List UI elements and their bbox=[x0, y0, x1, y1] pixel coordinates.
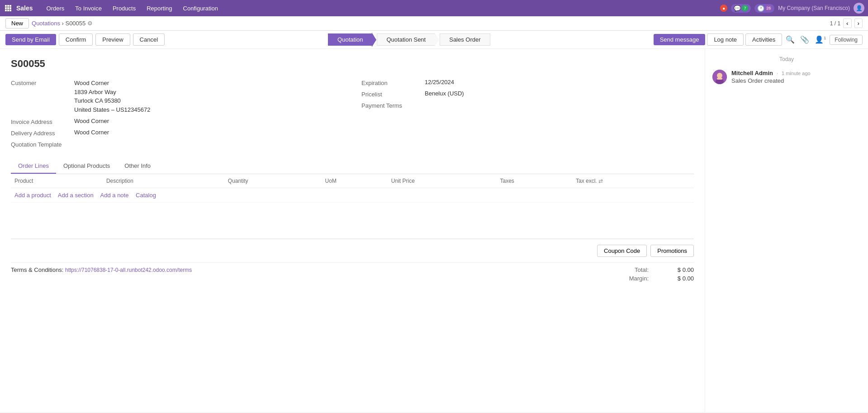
coupon-code-button[interactable]: Coupon Code bbox=[597, 245, 647, 257]
pricelist-value[interactable]: Benelux (USD) bbox=[425, 90, 694, 97]
chat-badge[interactable]: 💬 7 bbox=[731, 4, 751, 13]
action-buttons: Send by Email Confirm Preview Cancel bbox=[5, 33, 165, 46]
tab-bar: Order Lines Optional Products Other Info bbox=[11, 159, 694, 174]
table-header-row: Product Description Quantity UoM Unit Pr… bbox=[11, 174, 694, 188]
promotions-button[interactable]: Promotions bbox=[650, 245, 694, 257]
customer-addr2: Turlock CA 95380 bbox=[74, 96, 343, 105]
following-button[interactable]: Following bbox=[830, 35, 863, 45]
add-section-link[interactable]: Add a section bbox=[58, 192, 94, 199]
action-bar: Send by Email Confirm Preview Cancel Quo… bbox=[0, 31, 868, 49]
svg-rect-2 bbox=[9, 5, 11, 7]
prev-record-button[interactable]: ‹ bbox=[843, 19, 851, 28]
breadcrumb-parent[interactable]: Quotations bbox=[32, 20, 60, 27]
customer-label: Customer bbox=[11, 79, 74, 86]
message-time: 1 minute ago bbox=[782, 71, 811, 76]
search-icon[interactable]: 🔍 bbox=[784, 33, 797, 46]
nav-to-invoice[interactable]: To Invoice bbox=[71, 3, 106, 14]
subheader: New Quotations › S00055 ⚙ 1 / 1 ‹ › bbox=[0, 16, 868, 31]
margin-value: $ 0.00 bbox=[658, 275, 694, 282]
subheader-left: New Quotations › S00055 ⚙ bbox=[5, 18, 93, 28]
nav-configuration[interactable]: Configuration bbox=[179, 3, 223, 14]
total-value: $ 0.00 bbox=[658, 266, 694, 273]
svg-rect-5 bbox=[9, 7, 11, 9]
nav-reporting[interactable]: Reporting bbox=[142, 3, 176, 14]
settings-gear-icon[interactable]: ⚙ bbox=[87, 20, 93, 27]
invoice-address-label: Invoice Address bbox=[11, 118, 74, 125]
apps-badge[interactable]: 🕐 26 bbox=[754, 4, 774, 13]
empty-space bbox=[11, 203, 694, 239]
add-note-link[interactable]: Add a note bbox=[100, 192, 129, 199]
expiration-value[interactable]: 12/25/2024 bbox=[425, 79, 694, 85]
breadcrumb: Quotations › S00055 ⚙ bbox=[32, 20, 93, 27]
message-separator: · bbox=[777, 71, 778, 76]
add-product-row: Add a product Add a section Add a note C… bbox=[11, 188, 694, 203]
invoice-address-field: Invoice Address Wood Corner bbox=[11, 118, 343, 125]
company-name: My Company (San Francisco) bbox=[778, 5, 850, 11]
chatter-actions: Send message Log note Activities 🔍 📎 👤1 … bbox=[654, 33, 863, 46]
activities-button[interactable]: Activities bbox=[745, 33, 782, 46]
tab-other-info[interactable]: Other Info bbox=[117, 159, 158, 174]
follower-icon[interactable]: 👤1 bbox=[813, 33, 828, 46]
send-message-button[interactable]: Send message bbox=[654, 34, 706, 45]
status-sales-order[interactable]: Sales Order bbox=[440, 33, 490, 46]
tab-order-lines[interactable]: Order Lines bbox=[11, 159, 56, 174]
apps-count: 26 bbox=[765, 5, 772, 11]
invoice-address-value[interactable]: Wood Corner bbox=[74, 118, 343, 124]
breadcrumb-current: S00055 bbox=[65, 20, 85, 27]
add-product-link[interactable]: Add a product bbox=[14, 192, 51, 199]
pricelist-label: Pricelist bbox=[361, 90, 425, 98]
status-quotation[interactable]: Quotation bbox=[328, 33, 372, 46]
topnav-right: ● 💬 7 🕐 26 My Company (San Francisco) 👤 bbox=[720, 3, 864, 14]
terms-label: Terms & Conditions: bbox=[11, 266, 63, 273]
app-title: Sales bbox=[16, 5, 33, 12]
add-product-cell: Add a product Add a section Add a note C… bbox=[11, 188, 694, 203]
margin-row: Margin: $ 0.00 bbox=[629, 275, 694, 282]
customer-addr3: United States – US12345672 bbox=[74, 105, 343, 114]
svg-rect-8 bbox=[9, 9, 11, 11]
attachment-icon[interactable]: 📎 bbox=[798, 33, 811, 46]
send-by-email-button[interactable]: Send by Email bbox=[5, 34, 56, 45]
delivery-address-value[interactable]: Wood Corner bbox=[74, 129, 343, 136]
user-avatar[interactable]: 👤 bbox=[854, 3, 864, 14]
nav-orders[interactable]: Orders bbox=[42, 3, 69, 14]
customer-addr1: 1839 Arbor Way bbox=[74, 88, 343, 97]
quotation-template-field: Quotation Template bbox=[11, 140, 343, 148]
total-label: Total: bbox=[635, 266, 649, 273]
col-product: Product bbox=[11, 174, 103, 188]
customer-name: Wood Corner bbox=[74, 79, 343, 88]
terms-link[interactable]: https://71076838-17-0-all.runbot242.odoo… bbox=[65, 267, 192, 273]
new-button[interactable]: New bbox=[5, 18, 29, 28]
svg-rect-3 bbox=[5, 7, 7, 9]
catalog-link[interactable]: Catalog bbox=[136, 192, 156, 199]
nav-products[interactable]: Products bbox=[108, 3, 140, 14]
order-lines-table: Product Description Quantity UoM Unit Pr… bbox=[11, 174, 694, 203]
svg-rect-0 bbox=[5, 5, 7, 7]
quotation-template-label: Quotation Template bbox=[11, 140, 74, 148]
status-quotation-sent[interactable]: Quotation Sent bbox=[377, 33, 435, 46]
chat-count: 7 bbox=[742, 5, 748, 11]
totals-block: Total: $ 0.00 Margin: $ 0.00 bbox=[629, 266, 694, 284]
form-footer: Coupon Code Promotions Terms & Condition… bbox=[11, 239, 694, 287]
form-area: S00055 Customer Wood Corner 1839 Arbor W… bbox=[0, 49, 705, 412]
notification-badge[interactable]: ● bbox=[720, 5, 727, 12]
message-item: Mitchell Admin · 1 minute ago Sales Orde… bbox=[712, 70, 861, 84]
chatter-panel: Today Mitchell Admin · 1 minute ago Sale… bbox=[705, 49, 868, 412]
confirm-button[interactable]: Confirm bbox=[59, 33, 93, 46]
cancel-button[interactable]: Cancel bbox=[133, 33, 165, 46]
column-settings-icon[interactable]: ⇄ bbox=[598, 178, 603, 184]
message-author: Mitchell Admin bbox=[731, 70, 773, 76]
expiration-label: Expiration bbox=[361, 79, 425, 86]
svg-rect-1 bbox=[7, 5, 9, 7]
status-bar: Quotation Quotation Sent Sales Order bbox=[328, 33, 490, 46]
log-note-button[interactable]: Log note bbox=[707, 33, 744, 46]
svg-rect-7 bbox=[7, 9, 9, 11]
preview-button[interactable]: Preview bbox=[95, 33, 130, 46]
next-record-button[interactable]: › bbox=[854, 19, 863, 28]
terms-total-row: Terms & Conditions: https://71076838-17-… bbox=[11, 262, 694, 287]
top-navigation: Sales Orders To Invoice Products Reporti… bbox=[0, 0, 868, 16]
right-fields: Expiration 12/25/2024 Pricelist Benelux … bbox=[361, 79, 694, 152]
col-tax-excl: Tax excl. ⇄ bbox=[572, 174, 694, 188]
apps-grid-icon[interactable] bbox=[4, 4, 13, 13]
customer-value[interactable]: Wood Corner 1839 Arbor Way Turlock CA 95… bbox=[74, 79, 343, 114]
tab-optional-products[interactable]: Optional Products bbox=[56, 159, 117, 174]
